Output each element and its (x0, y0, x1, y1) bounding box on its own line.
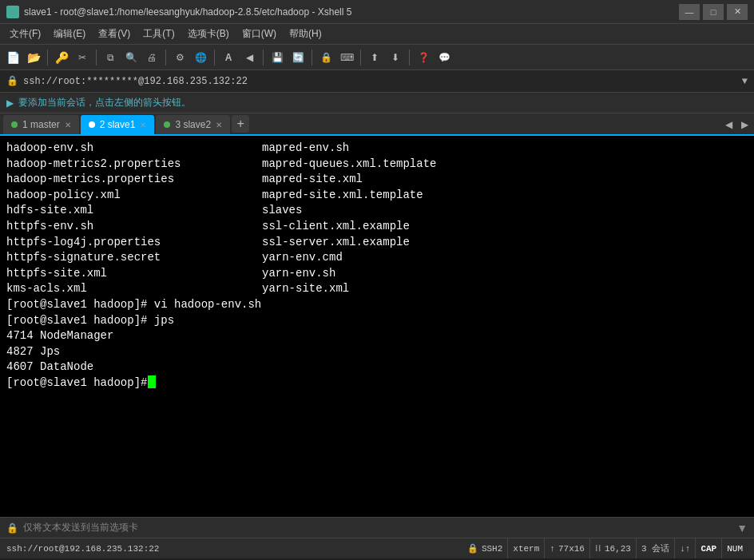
status-arrow-icons: ↓↑ (680, 544, 690, 554)
address-text[interactable]: ssh://root:*********@192.168.235.132:22 (23, 76, 742, 87)
tb-btn-8[interactable]: 🌐 (191, 48, 210, 67)
window-controls: — □ ✕ (679, 4, 748, 20)
copy-button[interactable]: ⧉ (101, 48, 120, 67)
status-cap-item: CAP (696, 538, 722, 558)
tab-dot-slave1 (89, 121, 95, 128)
menubar: 文件(F) 编辑(E) 查看(V) 工具(T) 选项卡(B) 窗口(W) 帮助(… (0, 24, 754, 45)
key-button[interactable]: 🔑 (52, 48, 71, 67)
tb-btn-10[interactable]: ◀ (240, 48, 259, 67)
close-button[interactable]: ✕ (727, 4, 748, 20)
font-button[interactable]: A (219, 48, 238, 67)
find-button[interactable]: 🔍 (121, 48, 141, 67)
file-slaves: slaves (262, 203, 302, 219)
menu-help[interactable]: 帮助(H) (283, 26, 328, 42)
tab-close-slave2[interactable]: ✕ (216, 121, 222, 129)
status-num-text: NUM (727, 544, 743, 554)
menu-view[interactable]: 查看(V) (92, 26, 137, 42)
file-mapred-env: mapred-env.sh (262, 141, 349, 157)
file-httpfs-log4j: httpfs-log4j.properties (6, 235, 262, 251)
file-hadoop-metrics: hadoop-metrics.properties (6, 172, 262, 188)
tb-btn-3[interactable]: ✂ (73, 48, 92, 67)
output-dn-text: 4607 DataNode (6, 359, 93, 375)
cmd-vi-line: [root@slave1 hadoop]# vi hadoop-env.sh (6, 297, 748, 313)
infobar: ▶ 要添加当前会话，点击左侧的箭头按钮。 (0, 93, 754, 113)
window-title: slave1 - root@slave1:/home/leesanghyuk/h… (24, 6, 679, 18)
download-button[interactable]: ⬇ (386, 48, 405, 67)
minimize-button[interactable]: — (679, 4, 700, 20)
prompt-jps: [root@slave1 hadoop]# jps (6, 313, 174, 329)
tab-close-slave1[interactable]: ✕ (140, 121, 146, 129)
lock-button[interactable]: 🔒 (316, 48, 335, 67)
tab-next-button[interactable]: ▶ (738, 118, 751, 131)
status-bar: ssh://root@192.168.235.132:22 🔒 SSH2 xte… (0, 538, 754, 558)
keyboard-button[interactable]: ⌨ (337, 48, 356, 67)
lock-icon: 🔒 (6, 75, 18, 87)
menu-window[interactable]: 窗口(W) (236, 26, 283, 42)
tab-slave1[interactable]: 2 slave1 ✕ (81, 115, 155, 134)
toolbar-sep-3 (165, 50, 166, 66)
menu-file[interactable]: 文件(F) (3, 26, 47, 42)
toolbar: 📄 📂 🔑 ✂ ⧉ 🔍 🖨 ⚙ 🌐 A ◀ 💾 🔄 🔒 ⌨ ⬆ ⬇ ❓ 💬 (0, 45, 754, 70)
output-nodemanager: 4714 NodeManager (6, 328, 748, 344)
terminal[interactable]: hadoop-env.sh mapred-env.sh hadoop-metri… (0, 136, 754, 517)
add-session-icon[interactable]: ▶ (6, 97, 14, 109)
status-pos-text: 16,23 (605, 544, 631, 554)
session-button[interactable]: 💾 (268, 48, 287, 67)
scroll-arrow[interactable]: ▼ (736, 522, 748, 534)
terminal-line-7: httpfs-log4j.properties ssl-server.xml.e… (6, 235, 748, 251)
output-jps-text: 4827 Jps (6, 344, 60, 360)
status-sessions: 3 会话 (637, 538, 675, 558)
tab-dot-master (11, 121, 18, 128)
cmd-jps-line: [root@slave1 hadoop]# jps (6, 313, 748, 329)
status-cap-text: CAP (700, 544, 716, 554)
address-dropdown[interactable]: ▼ (742, 76, 748, 87)
help-button[interactable]: ❓ (414, 48, 433, 67)
infobar-text: 要添加当前会话，点击左侧的箭头按钮。 (18, 96, 191, 109)
open-button[interactable]: 📂 (24, 48, 43, 67)
terminal-line-4: hadoop-policy.xml mapred-site.xml.templa… (6, 188, 748, 204)
file-httpfs-site: httpfs-site.xml (6, 266, 262, 282)
menu-edit[interactable]: 编辑(E) (47, 26, 92, 42)
tab-slave2[interactable]: 3 slave2 ✕ (156, 115, 230, 134)
status-term: xterm (508, 538, 545, 558)
print-button[interactable]: 🖨 (142, 48, 161, 67)
tab-label-slave1: 2 slave1 (100, 119, 136, 130)
file-ssl-client: ssl-client.xml.example (262, 219, 410, 235)
output-jps: 4827 Jps (6, 344, 748, 360)
tab-master[interactable]: 1 master ✕ (3, 115, 79, 134)
size-arrow-up: ↑ (550, 544, 555, 554)
status-arrows: ↓↑ (675, 538, 696, 558)
tab-label-slave2: 3 slave2 (175, 119, 211, 130)
maximize-button[interactable]: □ (703, 4, 724, 20)
file-hadoop-env: hadoop-env.sh (6, 141, 262, 157)
terminal-line-6: httpfs-env.sh ssl-client.xml.example (6, 219, 748, 235)
status-term-text: xterm (513, 544, 539, 554)
tab-nav: ◀ ▶ (722, 118, 751, 131)
prompt-text: [root@slave1 hadoop]# (6, 375, 147, 391)
toolbar-sep-8 (409, 50, 410, 66)
file-httpfs-env: httpfs-env.sh (6, 219, 262, 235)
tb-btn-12[interactable]: 🔄 (288, 48, 308, 67)
file-mapred-site-template: mapred-site.xml.template (262, 188, 423, 204)
output-datanode: 4607 DataNode (6, 359, 748, 375)
toolbar-sep-4 (214, 50, 215, 66)
chat-button[interactable]: 💬 (435, 48, 454, 67)
menu-tabs[interactable]: 选项卡(B) (181, 26, 236, 42)
toolbar-sep-6 (312, 50, 312, 66)
file-httpfs-signature: httpfs-signature.secret (6, 250, 262, 266)
add-tab-button[interactable]: + (232, 115, 249, 133)
input-lock-icon: 🔒 (6, 522, 18, 534)
new-session-button[interactable]: 📄 (3, 48, 22, 67)
tab-prev-button[interactable]: ◀ (722, 118, 735, 131)
app-icon (6, 6, 19, 18)
tab-close-master[interactable]: ✕ (65, 121, 71, 129)
toolbar-sep-5 (263, 50, 264, 66)
input-bar-text: 仅将文本发送到当前选项卡 (23, 521, 138, 534)
upload-button[interactable]: ⬆ (365, 48, 384, 67)
file-ssl-server: ssl-server.xml.example (262, 235, 410, 251)
status-connection: ssh://root@192.168.235.132:22 (6, 544, 462, 554)
menu-tools[interactable]: 工具(T) (137, 26, 181, 42)
tb-btn-7[interactable]: ⚙ (170, 48, 189, 67)
titlebar: slave1 - root@slave1:/home/leesanghyuk/h… (0, 0, 754, 24)
terminal-line-1: hadoop-env.sh mapred-env.sh (6, 141, 748, 157)
